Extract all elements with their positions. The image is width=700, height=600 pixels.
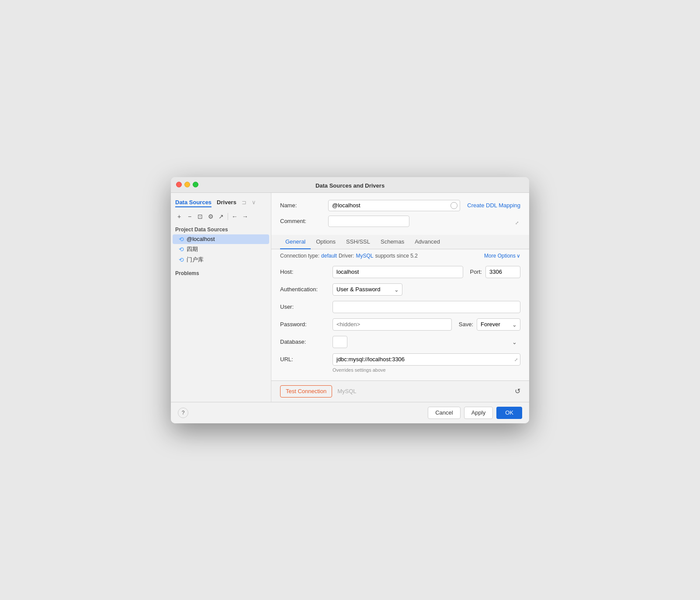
datasource-label-menhuku: 门户库	[187, 256, 204, 264]
comment-row: Comment: ⤢	[280, 216, 520, 227]
conn-driver-value[interactable]: MySQL	[356, 253, 373, 259]
name-input[interactable]	[328, 200, 460, 211]
mysql-label: MySQL	[337, 388, 356, 394]
add-button[interactable]: +	[174, 212, 184, 221]
dialog-title: Data Sources and Drivers	[315, 182, 385, 189]
host-label: Host:	[280, 269, 333, 275]
user-row: User:	[280, 301, 520, 313]
traffic-lights	[176, 182, 198, 188]
save-select-wrap: Forever	[477, 318, 520, 331]
right-panel: Name: Create DDL Mapping Comment: ⤢	[271, 193, 529, 402]
datasource-icon-siqi: ⟲	[179, 246, 184, 253]
sidebar-tabs: Data Sources Drivers ⊐ ∨	[171, 196, 271, 210]
maximize-button[interactable]	[193, 182, 198, 188]
back-button[interactable]: ←	[230, 212, 239, 221]
database-row: Database:	[280, 336, 520, 348]
toolbar: + − ⊡ ⚙ ↗ ← →	[171, 210, 271, 223]
footer-buttons: Cancel Apply OK	[428, 407, 522, 419]
test-connection-button[interactable]: Test Connection	[280, 385, 332, 398]
datasource-label-localhost: @localhost	[187, 236, 215, 242]
tab-schemas[interactable]: Schemas	[375, 235, 409, 249]
comment-wrap: ⤢	[328, 216, 520, 227]
reload-button[interactable]: ↺	[515, 387, 520, 395]
conn-type-value[interactable]: default	[321, 253, 337, 259]
bottom-left: Test Connection MySQL	[280, 385, 357, 398]
datasource-item-menhuku[interactable]: ⟲ 门户库	[173, 255, 269, 265]
tabs-bar: General Options SSH/SSL Schemas Advanced	[271, 235, 529, 249]
url-row: URL: ⤢	[280, 353, 520, 366]
name-input-wrap	[328, 200, 460, 211]
database-select[interactable]	[333, 336, 347, 348]
auth-select[interactable]: User & Password	[333, 283, 402, 296]
name-row: Name: Create DDL Mapping	[280, 200, 520, 211]
cancel-button[interactable]: Cancel	[428, 407, 460, 419]
conn-driver-suffix: supports since 5.2	[375, 253, 417, 259]
auth-label: Authentication:	[280, 286, 333, 293]
fields-area: Host: Port: Authentication: User & Passw…	[271, 262, 529, 380]
chevron-down-icon: ∨	[516, 253, 520, 259]
apply-button[interactable]: Apply	[464, 407, 493, 419]
sidebar-sep: ⊐	[242, 199, 246, 207]
tab-sshssl[interactable]: SSH/SSL	[341, 235, 375, 249]
url-expand-icon[interactable]: ⤢	[514, 357, 518, 362]
panel-bottom-bar: Test Connection MySQL ↺	[271, 380, 529, 402]
main-content: Data Sources Drivers ⊐ ∨ + − ⊡ ⚙ ↗ ← → P…	[171, 193, 529, 402]
ok-button[interactable]: OK	[496, 407, 522, 419]
comment-input[interactable]	[328, 216, 409, 227]
datasource-icon-menhuku: ⟲	[179, 256, 184, 263]
conn-type-prefix: Connection type:	[280, 253, 319, 259]
save-label: Save:	[459, 321, 473, 328]
database-label: Database:	[280, 338, 333, 345]
datasource-item-siqi[interactable]: ⟲ 四期	[173, 244, 269, 255]
dialog-footer: ? Cancel Apply OK	[171, 402, 529, 423]
expand-icon[interactable]: ⤢	[515, 220, 519, 225]
auth-row: Authentication: User & Password	[280, 283, 520, 296]
save-select[interactable]: Forever	[477, 318, 520, 331]
sidebar-expand[interactable]: ∨	[252, 199, 256, 207]
settings-button[interactable]: ⚙	[206, 212, 215, 221]
forward-button[interactable]: →	[240, 212, 250, 221]
url-hint: Overrides settings above	[333, 367, 520, 373]
tab-drivers[interactable]: Drivers	[217, 199, 236, 207]
minimize-button[interactable]	[184, 182, 190, 188]
export-button[interactable]: ↗	[216, 212, 226, 221]
tab-advanced[interactable]: Advanced	[409, 235, 445, 249]
port-input[interactable]	[485, 266, 520, 278]
dialog: Data Sources and Drivers Data Sources Dr…	[171, 177, 529, 423]
tab-general[interactable]: General	[280, 235, 311, 249]
datasource-icon-localhost: ⟲	[179, 236, 184, 243]
database-select-wrap	[333, 336, 520, 348]
form-section: Name: Create DDL Mapping Comment: ⤢	[271, 193, 529, 235]
sidebar: Data Sources Drivers ⊐ ∨ + − ⊡ ⚙ ↗ ← → P…	[171, 193, 271, 402]
remove-button[interactable]: −	[185, 212, 194, 221]
auth-select-wrap: User & Password	[333, 283, 402, 296]
name-circle-button[interactable]	[450, 202, 457, 209]
url-label: URL:	[280, 356, 333, 363]
host-row: Host: Port:	[280, 266, 520, 278]
port-label: Port:	[470, 269, 482, 275]
close-button[interactable]	[176, 182, 182, 188]
section-problems: Problems	[171, 265, 271, 278]
create-ddl-link[interactable]: Create DDL Mapping	[467, 202, 520, 209]
host-input[interactable]	[333, 266, 463, 278]
conn-info-bar: Connection type: default Driver: MySQL s…	[271, 249, 529, 262]
conn-driver-prefix: Driver:	[339, 253, 354, 259]
password-input[interactable]	[333, 318, 452, 331]
more-options-label: More Options	[484, 253, 516, 259]
user-input[interactable]	[333, 301, 520, 313]
copy-button[interactable]: ⊡	[195, 212, 205, 221]
user-label: User:	[280, 303, 333, 310]
password-row: Password: Save: Forever	[280, 318, 520, 331]
help-button[interactable]: ?	[178, 408, 188, 418]
tab-options[interactable]: Options	[311, 235, 341, 249]
comment-label: Comment:	[280, 218, 328, 224]
datasource-item-localhost[interactable]: ⟲ @localhost	[173, 234, 269, 244]
tab-datasources[interactable]: Data Sources	[175, 199, 211, 207]
password-label: Password:	[280, 321, 333, 328]
section-project-datasources: Project Data Sources	[171, 223, 271, 234]
conn-info-left: Connection type: default Driver: MySQL s…	[280, 253, 418, 259]
more-options-link[interactable]: More Options ∨	[484, 253, 520, 259]
url-input[interactable]	[333, 353, 520, 366]
name-label: Name:	[280, 202, 328, 209]
datasource-label-siqi: 四期	[187, 245, 198, 253]
